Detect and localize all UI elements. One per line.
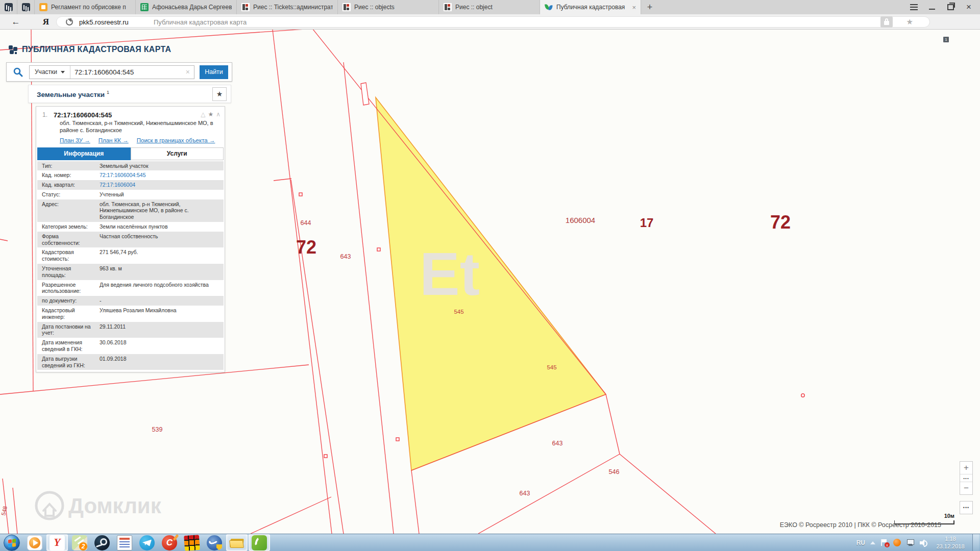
close-window-icon[interactable]: × (960, 0, 978, 14)
info-row-label: Кадастровая стоимость: (37, 247, 97, 264)
map-point-marker (801, 394, 804, 397)
zoom-options-button[interactable]: ••• (960, 474, 972, 482)
taskbar-2gis-button[interactable] (69, 534, 90, 551)
new-tab-button[interactable]: + (641, 0, 658, 14)
browser-menu-icon[interactable] (904, 0, 923, 14)
restore-icon[interactable] (941, 0, 960, 14)
card-link[interactable]: План ЗУ → (60, 137, 90, 143)
domklik-watermark-text: Домклик (68, 494, 162, 518)
bookmark-star-icon[interactable]: ★ (906, 17, 913, 27)
volume-icon[interactable] (920, 539, 928, 546)
sheet-favicon (140, 3, 149, 11)
taskbar-start-button[interactable] (1, 534, 23, 551)
collapse-chevron-icon[interactable]: ∧ (216, 111, 220, 118)
refresh-icon[interactable] (66, 18, 73, 26)
page-title: ПУБЛИЧНАЯ КАДАСТРОВАЯ КАРТА (22, 45, 171, 54)
zoom-in-button[interactable]: + (960, 462, 972, 474)
map-copyright: ЕЭКО © Росреестр 2010 | ПКК © Росреестр … (780, 521, 941, 529)
tab-title: Риес :: objects (354, 4, 434, 11)
info-row: Кадастровый инженер:Уляшева Розалия Миха… (37, 306, 224, 322)
tray-time: 1:18 (934, 535, 967, 542)
show-desktop-button[interactable] (972, 534, 979, 551)
info-row-label: Разрешенное использование: (37, 280, 97, 296)
browser-tab[interactable]: Риес :: object (439, 0, 540, 14)
action-center-icon[interactable]: x (880, 539, 888, 546)
back-button[interactable]: ← (9, 16, 22, 28)
search-combo: Участки × (29, 65, 194, 79)
info-row-value: обл. Тюменская, р-н Тюменский, Нижнепышм… (97, 199, 224, 222)
tab-Услуги[interactable]: Услуги (131, 147, 224, 160)
start-orb-icon (4, 535, 20, 551)
taskbar-wmp-button[interactable] (24, 534, 45, 551)
taskbar-sketchup-button[interactable] (249, 534, 270, 551)
card-link[interactable]: Поиск в границах объекта → (137, 137, 215, 143)
antivirus-icon[interactable] (893, 539, 901, 546)
card-tabs: ИнформацияУслуги (37, 147, 224, 160)
browser-tab[interactable] (0, 0, 17, 14)
taskbar-telegram-button[interactable] (136, 534, 158, 551)
map-label: 1606004 (566, 216, 595, 224)
taskbar-steam-button[interactable] (91, 534, 113, 551)
info-row-value[interactable]: 72:17:1606004 (97, 180, 224, 190)
browser-tab[interactable]: Риес :: Tickets::администрат (237, 0, 338, 14)
taskbar-explorer-button[interactable] (226, 534, 248, 551)
taskbar-rubiks-button[interactable] (181, 534, 203, 551)
map-label: 72 (770, 212, 791, 233)
hidden-icons-arrow[interactable] (870, 541, 875, 544)
taskbar-crypto-button[interactable] (204, 534, 225, 551)
search-category-dropdown[interactable]: Участки (30, 66, 70, 79)
url-field[interactable]: pkk5.rosreestr.ru Публичная кадастровая … (56, 16, 930, 28)
browser-tab[interactable]: Риес :: objects (338, 0, 439, 14)
map-watermark-text: Et (420, 240, 480, 308)
info-row-value[interactable]: 72:17:1606004:545 (97, 170, 224, 180)
info-row: Дата изменения сведений в ГКН:30.06.2018 (37, 338, 224, 354)
close-tab-icon[interactable]: × (631, 4, 636, 11)
parcel-info-table: Тип:Земельный участокКад. номер:72:17:16… (37, 161, 224, 370)
browser-tab[interactable]: Афонасьева Дарья Сергеев (136, 0, 237, 14)
language-indicator[interactable]: RU (856, 539, 865, 546)
address-bar: ← Я pkk5.rosreestr.ru Публичная кадастро… (0, 14, 980, 30)
search-input[interactable] (70, 68, 182, 76)
results-title: Земельные участки 1 (37, 90, 109, 98)
info-row-value: 271 546,74 руб. (97, 247, 224, 264)
info-row: Кад. квартал:72:17:1606004 (37, 180, 224, 190)
tab-title: Риес :: object (455, 4, 535, 11)
info-row-label: Дата постановки на учет: (37, 322, 97, 338)
card-link[interactable]: План КК → (99, 137, 129, 143)
eq-favicon (22, 3, 30, 11)
card-header: 1. 72:17:1606004:545 △ ★ ∧ обл. Тюменска… (36, 107, 225, 143)
minimize-icon[interactable] (923, 0, 941, 14)
lock-icon[interactable] (880, 16, 893, 28)
tab-Информация[interactable]: Информация (37, 147, 131, 160)
yandex-logo-icon[interactable]: Я (40, 16, 52, 28)
card-icons: △ ★ ∧ (201, 111, 220, 118)
clear-search-icon[interactable]: × (182, 68, 194, 76)
taskbar-notepad-button[interactable] (114, 534, 135, 551)
taskbar-apps (0, 534, 271, 551)
taskbar-ccleaner-button[interactable] (159, 534, 180, 551)
map-label: 643 (340, 253, 351, 260)
warning-triangle-icon[interactable]: △ (201, 111, 205, 118)
network-icon[interactable] (906, 539, 915, 546)
clock[interactable]: 1:18 23.12.2018 (934, 535, 967, 550)
url-page-title: Публичная кадастровая карта (154, 18, 247, 26)
info-row-label: Дата изменения сведений в ГКН: (37, 338, 97, 354)
map-more-button[interactable]: ••• (960, 501, 973, 514)
map-canvas[interactable]: Et (0, 30, 980, 534)
map-label: 72 (296, 237, 316, 258)
browser-tab[interactable] (17, 0, 35, 14)
search-button[interactable]: Найти (200, 65, 228, 79)
rubiks-icon (184, 534, 200, 550)
browser-tab[interactable]: Публичная кадастровая× (540, 0, 641, 14)
map-label: 644 (301, 219, 311, 227)
map-label: 545 (454, 309, 463, 315)
favorites-star-button[interactable]: ★ (212, 87, 227, 101)
info-row-value: Земельный участок (97, 161, 224, 171)
map-point-marker (377, 248, 380, 251)
taskbar-yandex-button[interactable] (46, 534, 68, 551)
favorite-star-icon[interactable]: ★ (208, 111, 213, 118)
info-row-value: Земли населённых пунктов (97, 222, 224, 232)
browser-tab[interactable]: Регламент по обрисовке п (35, 0, 136, 14)
url-domain: pkk5.rosreestr.ru (79, 18, 129, 26)
zoom-out-button[interactable]: − (960, 482, 972, 494)
